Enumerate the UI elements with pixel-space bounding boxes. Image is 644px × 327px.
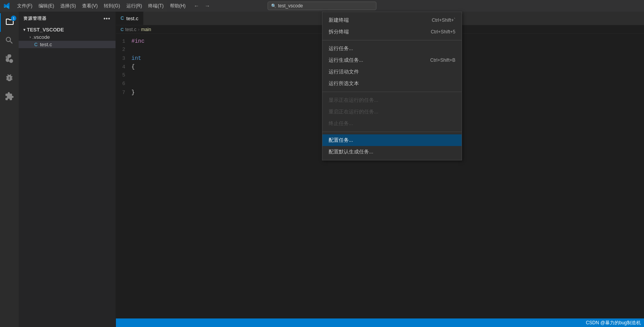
restart-running-tasks-label: 重启正在运行的任务... xyxy=(329,108,455,115)
activity-extensions[interactable] xyxy=(0,88,19,106)
dropdown-overlay: 新建终端 Ctrl+Shift+` 拆分终端 Ctrl+Shift+5 运行任务… xyxy=(116,12,644,327)
file-tree: ▾ TEST_VSCODE › .vscode C test.c xyxy=(19,25,116,49)
search-icon: 🔍 xyxy=(271,3,276,9)
menu-section-4: 配置任务... 配置默认生成任务... xyxy=(322,134,462,158)
debug-icon xyxy=(5,73,14,84)
menu-divider-3 xyxy=(322,132,462,132)
terminate-task-item[interactable]: 终止任务... xyxy=(322,118,462,129)
nav-forward-button[interactable]: → xyxy=(203,1,212,10)
editor-area: C test.c C test.c › main 1 #inc 2 3 int xyxy=(116,12,644,327)
c-file-icon: C xyxy=(34,42,38,47)
menu-view[interactable]: 查看(V) xyxy=(79,0,101,12)
menu-file[interactable]: 文件(F) xyxy=(14,0,35,12)
run-task-item[interactable]: 运行任务... xyxy=(322,43,462,54)
sidebar: 资源管理器 ••• ▾ TEST_VSCODE › .vscode C test… xyxy=(19,12,116,327)
explorer-badge: 1 xyxy=(11,16,16,21)
run-selected-text-label: 运行所选文本 xyxy=(329,80,443,87)
new-terminal-label: 新建终端 xyxy=(329,17,419,24)
activity-bar: 1 xyxy=(0,12,19,327)
terminal-dropdown-menu: 新建终端 Ctrl+Shift+` 拆分终端 Ctrl+Shift+5 运行任务… xyxy=(322,12,462,160)
run-build-task-item[interactable]: 运行生成任务... Ctrl+Shift+B xyxy=(322,54,462,66)
titlebar: 文件(F) 编辑(E) 选择(S) 查看(V) 转到(G) 运行(R) 终端(T… xyxy=(0,0,644,12)
restart-running-tasks-item[interactable]: 重启正在运行的任务... xyxy=(322,106,462,118)
nav-back-button[interactable]: ← xyxy=(192,1,201,10)
titlebar-nav: ← → xyxy=(192,1,212,10)
split-terminal-item[interactable]: 拆分终端 Ctrl+Shift+5 xyxy=(322,26,462,38)
split-terminal-shortcut: Ctrl+Shift+5 xyxy=(431,29,455,35)
chevron-down-icon: ▾ xyxy=(23,28,25,32)
titlebar-search[interactable]: 🔍 test_vscode xyxy=(268,2,376,10)
show-running-tasks-label: 显示正在运行的任务... xyxy=(329,97,455,104)
search-text: test_vscode xyxy=(278,3,303,9)
menu-section-3: 显示正在运行的任务... 重启正在运行的任务... 终止任务... xyxy=(322,94,462,130)
main-layout: 1 xyxy=(0,12,644,327)
configure-tasks-label: 配置任务... xyxy=(329,137,455,144)
split-terminal-label: 拆分终端 xyxy=(329,28,418,35)
menu-select[interactable]: 选择(S) xyxy=(57,0,79,12)
configure-default-build-label: 配置默认生成任务... xyxy=(329,148,455,155)
chevron-right-icon: › xyxy=(30,35,31,39)
configure-tasks-item[interactable]: 配置任务... xyxy=(322,134,462,146)
menu-section-1: 新建终端 Ctrl+Shift+` 拆分终端 Ctrl+Shift+5 xyxy=(322,14,462,38)
menu-help[interactable]: 帮助(H) xyxy=(167,0,189,12)
sidebar-more-button[interactable]: ••• xyxy=(103,15,111,23)
run-task-label: 运行任务... xyxy=(329,45,443,52)
menu-section-2: 运行任务... 运行生成任务... Ctrl+Shift+B 运行活动文件 运行… xyxy=(322,42,462,90)
tree-vscode-folder[interactable]: › .vscode xyxy=(19,33,116,41)
tree-test-file[interactable]: C test.c xyxy=(19,41,116,48)
new-terminal-item[interactable]: 新建终端 Ctrl+Shift+` xyxy=(322,14,462,26)
activity-git[interactable] xyxy=(0,50,19,69)
run-selected-text-item[interactable]: 运行所选文本 xyxy=(322,78,462,89)
search-nav-icon xyxy=(5,36,14,47)
sidebar-title: 资源管理器 xyxy=(23,16,47,21)
menu-edit[interactable]: 编辑(E) xyxy=(35,0,57,12)
activity-search[interactable] xyxy=(0,32,19,50)
run-build-task-shortcut: Ctrl+Shift+B xyxy=(430,57,455,63)
show-running-tasks-item[interactable]: 显示正在运行的任务... xyxy=(322,94,462,106)
sidebar-header: 资源管理器 ••• xyxy=(19,12,116,25)
configure-default-build-item[interactable]: 配置默认生成任务... xyxy=(322,146,462,158)
run-active-file-label: 运行活动文件 xyxy=(329,68,443,75)
root-folder-label: TEST_VSCODE xyxy=(27,27,64,33)
terminate-task-label: 终止任务... xyxy=(329,120,455,127)
menu-divider-1 xyxy=(322,40,462,40)
titlebar-menu: 文件(F) 编辑(E) 选择(S) 查看(V) 转到(G) 运行(R) 终端(T… xyxy=(14,0,189,12)
new-terminal-shortcut: Ctrl+Shift+` xyxy=(432,17,455,23)
menu-goto[interactable]: 转到(G) xyxy=(101,0,123,12)
tree-root-folder[interactable]: ▾ TEST_VSCODE xyxy=(19,26,116,33)
activity-explorer[interactable]: 1 xyxy=(0,13,19,32)
sidebar-header-actions: ••• xyxy=(103,15,111,23)
git-icon xyxy=(5,54,14,66)
test-file-label: test.c xyxy=(40,42,52,47)
run-active-file-item[interactable]: 运行活动文件 xyxy=(322,66,462,78)
vscode-logo xyxy=(3,2,11,10)
run-build-task-label: 运行生成任务... xyxy=(329,57,418,64)
activity-debug[interactable] xyxy=(0,69,19,88)
menu-divider-2 xyxy=(322,92,462,92)
menu-terminal[interactable]: 终端(T) xyxy=(145,0,166,12)
extensions-icon xyxy=(5,92,14,103)
vscode-folder-label: .vscode xyxy=(32,34,50,40)
menu-run[interactable]: 运行(R) xyxy=(123,0,145,12)
